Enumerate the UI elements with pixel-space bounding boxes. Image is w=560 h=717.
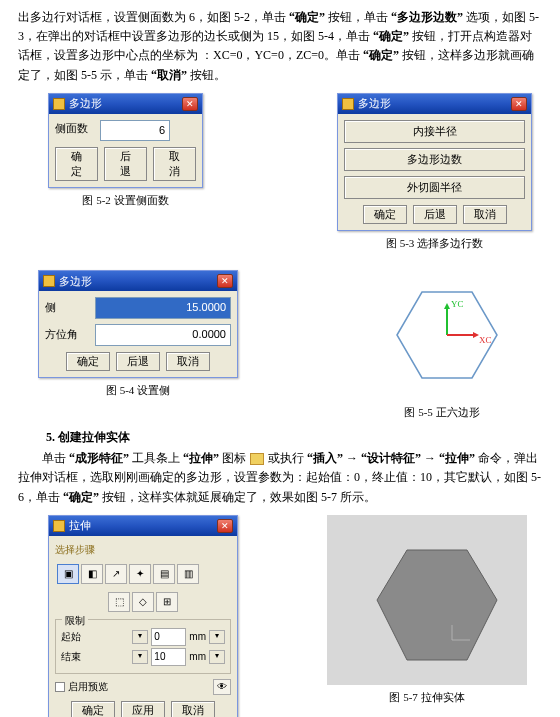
step-icon-1[interactable]: ▣ — [57, 564, 79, 584]
dialog-title: 多边形 — [358, 95, 391, 113]
xc-label: XC — [479, 335, 492, 345]
app-icon — [53, 520, 65, 532]
titlebar[interactable]: 多边形 ✕ — [338, 94, 531, 114]
option-inscribed-radius[interactable]: 内接半径 — [344, 120, 525, 143]
bold-shape-feature: “成形特征” — [69, 451, 129, 465]
extrude-solid-figure — [327, 515, 527, 685]
step-icon-4[interactable]: ✦ — [129, 564, 151, 584]
step-icon-6[interactable]: ▥ — [177, 564, 199, 584]
label-preview: 启用预览 — [68, 679, 108, 695]
bold-extrude: “拉伸” — [439, 451, 475, 465]
input-orientation[interactable]: 0.0000 — [95, 324, 231, 346]
caption-52: 图 5-2 设置侧面数 — [82, 192, 168, 210]
text: 工具条上 — [132, 451, 180, 465]
option-circumscribed-radius[interactable]: 外切圆半径 — [344, 176, 525, 199]
cancel-button[interactable]: 取消 — [463, 205, 507, 224]
text: 按钮。 — [190, 68, 226, 82]
hexagon-outline-figure: YC XC — [362, 270, 522, 400]
bold-ok: “确定” — [363, 48, 399, 62]
figure-row-56-57: 拉伸 ✕ 选择步骤 ▣ ◧ ↗ ✦ ▤ ▥ ⬚ ◇ ⊞ — [18, 515, 542, 717]
close-icon[interactable]: ✕ — [182, 97, 198, 111]
bold-extrude: “拉伸” — [183, 451, 219, 465]
caption-55: 图 5-5 正六边形 — [404, 404, 479, 422]
label-orientation: 方位角 — [45, 326, 95, 344]
dialog-extrude-56: 拉伸 ✕ 选择步骤 ▣ ◧ ↗ ✦ ▤ ▥ ⬚ ◇ ⊞ — [48, 515, 238, 717]
dropdown-icon[interactable]: ▾ — [209, 630, 225, 644]
dialog-polygon-sides-52: 多边形 ✕ 侧面数 6 确定 后退 取消 — [48, 93, 203, 189]
back-button[interactable]: 后退 — [116, 352, 160, 371]
filter-icon-3[interactable]: ⊞ — [156, 592, 178, 612]
close-icon[interactable]: ✕ — [217, 519, 233, 533]
dialog-title: 多边形 — [59, 273, 92, 291]
text: 或执行 — [268, 451, 304, 465]
extrude-icon — [250, 453, 264, 465]
label-end: 结束 — [61, 649, 129, 665]
cancel-button[interactable]: 取消 — [153, 147, 196, 181]
bold-polygon-sides: “多边形边数” — [391, 10, 463, 24]
text: 按钮，这样实体就延展确定了，效果如图 5-7 所示。 — [102, 490, 376, 504]
section-5-title: 5. 创建拉伸实体 — [46, 428, 542, 447]
label-start: 起始 — [61, 629, 129, 645]
text: 图标 — [222, 451, 246, 465]
input-side[interactable]: 15.0000 — [95, 297, 231, 319]
app-icon — [342, 98, 354, 110]
yc-label: YC — [451, 299, 464, 309]
paragraph-5: 单击 “成形特征” 工具条上 “拉伸” 图标 或执行 “插入” → “设计特征”… — [18, 449, 542, 507]
ok-button[interactable]: 确定 — [66, 352, 110, 371]
label-select-step: 选择步骤 — [55, 542, 231, 558]
arrow: → — [424, 451, 439, 465]
label-sidecount: 侧面数 — [55, 120, 100, 142]
bold-insert: “插入” — [307, 451, 343, 465]
back-button[interactable]: 后退 — [104, 147, 147, 181]
caption-53: 图 5-3 选择多边行数 — [386, 235, 483, 253]
titlebar[interactable]: 拉伸 ✕ — [49, 516, 237, 536]
dropdown-icon[interactable]: ▾ — [209, 650, 225, 664]
apply-button[interactable]: 应用 — [121, 701, 165, 717]
bold-cancel: “取消” — [151, 68, 187, 82]
input-end[interactable]: 10 — [151, 648, 186, 666]
step-icon-2[interactable]: ◧ — [81, 564, 103, 584]
dropdown-icon[interactable]: ▾ — [132, 630, 148, 644]
filter-icon-2[interactable]: ◇ — [132, 592, 154, 612]
paragraph-1: 出多边行对话框，设置侧面数为 6，如图 5-2，单击 “确定” 按钮，单击 “多… — [18, 8, 542, 85]
step-icon-3[interactable]: ↗ — [105, 564, 127, 584]
svg-marker-0 — [444, 303, 450, 309]
step-icon-5[interactable]: ▤ — [153, 564, 175, 584]
close-icon[interactable]: ✕ — [511, 97, 527, 111]
arrow: → — [346, 451, 361, 465]
hexagon-solid-icon — [377, 550, 497, 660]
cancel-button[interactable]: 取消 — [171, 701, 215, 717]
text: 出多边行对话框，设置侧面数为 6，如图 5-2，单击 — [18, 10, 286, 24]
checkbox-preview[interactable] — [55, 682, 65, 692]
close-icon[interactable]: ✕ — [217, 274, 233, 288]
option-polygon-sides[interactable]: 多边形边数 — [344, 148, 525, 171]
dropdown-icon[interactable]: ▾ — [132, 650, 148, 664]
ok-button[interactable]: 确定 — [363, 205, 407, 224]
input-start[interactable]: 0 — [151, 628, 186, 646]
back-button[interactable]: 后退 — [413, 205, 457, 224]
input-sidecount[interactable]: 6 — [100, 120, 170, 142]
bold-ok: “确定” — [63, 490, 99, 504]
preview-icon[interactable]: 👁 — [213, 679, 231, 695]
dialog-title: 多边形 — [69, 95, 102, 113]
bold-ok: “确定” — [373, 29, 409, 43]
figure-row-52-53: 多边形 ✕ 侧面数 6 确定 后退 取消 图 5-2 设置侧面数 — [18, 93, 542, 253]
text: 单击 — [42, 451, 66, 465]
unit-start: mm — [189, 629, 206, 645]
bold-design-feature: “设计特征” — [361, 451, 421, 465]
app-icon — [53, 98, 65, 110]
label-side: 侧 — [45, 299, 95, 317]
ok-button[interactable]: 确定 — [55, 147, 98, 181]
filter-icon-1[interactable]: ⬚ — [108, 592, 130, 612]
titlebar[interactable]: 多边形 ✕ — [49, 94, 202, 114]
bold-ok: “确定” — [289, 10, 325, 24]
unit-end: mm — [189, 649, 206, 665]
text: 按钮，单击 — [328, 10, 388, 24]
titlebar[interactable]: 多边形 ✕ — [39, 271, 237, 291]
caption-54: 图 5-4 设置侧 — [106, 382, 170, 400]
cancel-button[interactable]: 取消 — [166, 352, 210, 371]
select-step-toolbar: ▣ ◧ ↗ ✦ ▤ ▥ — [55, 562, 231, 586]
dialog-polygon-type-53: 多边形 ✕ 内接半径 多边形边数 外切圆半径 确定 后退 取消 — [337, 93, 532, 231]
ok-button[interactable]: 确定 — [71, 701, 115, 717]
filter-toolbar: ⬚ ◇ ⊞ — [55, 590, 231, 614]
